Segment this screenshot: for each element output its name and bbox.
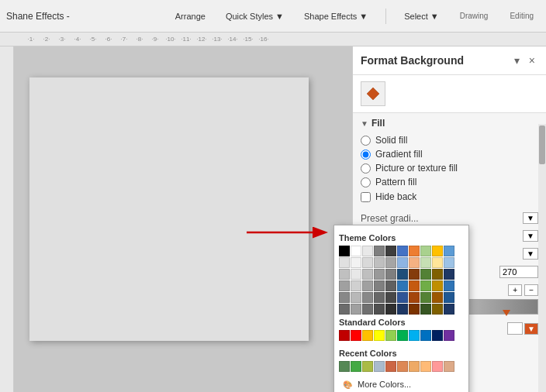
theme-color-swatch[interactable] bbox=[374, 257, 385, 268]
solid-fill-radio[interactable] bbox=[361, 136, 371, 146]
fill-section-header[interactable]: ▼ Fill bbox=[361, 118, 538, 129]
theme-color-swatch[interactable] bbox=[409, 280, 420, 291]
gradient-fill-option[interactable]: Gradient fill bbox=[361, 147, 538, 161]
theme-color-swatch[interactable] bbox=[420, 292, 431, 303]
theme-color-swatch[interactable] bbox=[362, 257, 373, 268]
standard-color-swatch[interactable] bbox=[397, 330, 408, 341]
theme-color-swatch[interactable] bbox=[409, 257, 420, 268]
preset-gradient-btn[interactable]: ▼ bbox=[523, 212, 538, 224]
panel-dropdown-btn[interactable]: ▾ bbox=[511, 53, 523, 68]
select-btn[interactable]: Select ▼ bbox=[399, 9, 444, 23]
theme-color-swatch[interactable] bbox=[351, 304, 361, 315]
theme-color-swatch[interactable] bbox=[385, 304, 396, 315]
picture-fill-option[interactable]: Picture or texture fill bbox=[361, 161, 538, 175]
theme-color-swatch[interactable] bbox=[362, 280, 373, 291]
theme-color-swatch[interactable] bbox=[444, 304, 454, 315]
theme-color-swatch[interactable] bbox=[409, 304, 420, 315]
quick-styles-btn[interactable]: Quick Styles ▼ bbox=[220, 9, 289, 23]
shape-effects-btn[interactable]: Shape Effects ▼ bbox=[299, 9, 373, 23]
more-colors-option[interactable]: 🎨 More Colors... bbox=[339, 377, 464, 392]
theme-color-swatch[interactable] bbox=[420, 269, 431, 280]
theme-color-swatch[interactable] bbox=[432, 280, 443, 291]
recent-color-swatch[interactable] bbox=[351, 361, 361, 372]
theme-color-swatch[interactable] bbox=[409, 246, 420, 256]
color-dropdown-btn[interactable]: ▼ bbox=[524, 323, 538, 335]
standard-color-swatch[interactable] bbox=[444, 330, 454, 341]
recent-color-swatch[interactable] bbox=[420, 361, 431, 372]
theme-color-swatch[interactable] bbox=[351, 280, 361, 291]
theme-color-swatch[interactable] bbox=[374, 304, 385, 315]
theme-color-swatch[interactable] bbox=[385, 292, 396, 303]
theme-color-swatch[interactable] bbox=[374, 292, 385, 303]
theme-color-swatch[interactable] bbox=[362, 269, 373, 280]
theme-color-swatch[interactable] bbox=[362, 246, 373, 256]
theme-color-swatch[interactable] bbox=[432, 269, 443, 280]
standard-color-swatch[interactable] bbox=[420, 330, 431, 341]
theme-color-swatch[interactable] bbox=[432, 292, 443, 303]
recent-color-swatch[interactable] bbox=[374, 361, 385, 372]
direction-btn[interactable]: ▼ bbox=[523, 248, 538, 260]
theme-color-swatch[interactable] bbox=[374, 280, 385, 291]
theme-color-swatch[interactable] bbox=[420, 280, 431, 291]
theme-color-swatch[interactable] bbox=[409, 269, 420, 280]
standard-color-swatch[interactable] bbox=[362, 330, 373, 341]
theme-color-swatch[interactable] bbox=[385, 269, 396, 280]
gradient-stop-right[interactable] bbox=[503, 310, 510, 316]
theme-color-swatch[interactable] bbox=[339, 246, 350, 256]
hide-bg-option[interactable]: Hide back bbox=[361, 189, 538, 205]
standard-color-swatch[interactable] bbox=[339, 330, 350, 341]
theme-color-swatch[interactable] bbox=[362, 292, 373, 303]
scrollbar-thumb[interactable] bbox=[539, 126, 545, 164]
theme-color-swatch[interactable] bbox=[444, 246, 454, 256]
theme-color-swatch[interactable] bbox=[351, 269, 361, 280]
theme-color-swatch[interactable] bbox=[362, 304, 373, 315]
theme-color-swatch[interactable] bbox=[432, 304, 443, 315]
theme-color-swatch[interactable] bbox=[397, 257, 408, 268]
gradient-stop-add-btn[interactable]: + bbox=[508, 284, 522, 296]
theme-color-swatch[interactable] bbox=[374, 246, 385, 256]
fill-tab-icon[interactable] bbox=[361, 81, 385, 106]
pattern-fill-radio[interactable] bbox=[361, 177, 371, 187]
standard-color-swatch[interactable] bbox=[409, 330, 420, 341]
recent-color-swatch[interactable] bbox=[339, 361, 350, 372]
theme-color-swatch[interactable] bbox=[432, 246, 443, 256]
theme-color-swatch[interactable] bbox=[397, 269, 408, 280]
standard-color-swatch[interactable] bbox=[351, 330, 361, 341]
theme-color-swatch[interactable] bbox=[351, 257, 361, 268]
standard-color-swatch[interactable] bbox=[385, 330, 396, 341]
theme-color-swatch[interactable] bbox=[444, 257, 454, 268]
theme-color-swatch[interactable] bbox=[385, 257, 396, 268]
pattern-fill-option[interactable]: Pattern fill bbox=[361, 175, 538, 189]
theme-color-swatch[interactable] bbox=[432, 257, 443, 268]
theme-color-swatch[interactable] bbox=[385, 246, 396, 256]
theme-color-swatch[interactable] bbox=[339, 280, 350, 291]
theme-color-swatch[interactable] bbox=[351, 292, 361, 303]
gradient-fill-radio[interactable] bbox=[361, 150, 371, 160]
theme-color-swatch[interactable] bbox=[409, 292, 420, 303]
theme-color-swatch[interactable] bbox=[444, 280, 454, 291]
solid-fill-option[interactable]: Solid fill bbox=[361, 133, 538, 147]
theme-color-swatch[interactable] bbox=[397, 246, 408, 256]
theme-color-swatch[interactable] bbox=[339, 292, 350, 303]
type-btn[interactable]: ▼ bbox=[523, 230, 538, 242]
theme-color-swatch[interactable] bbox=[339, 269, 350, 280]
theme-color-swatch[interactable] bbox=[374, 269, 385, 280]
theme-color-swatch[interactable] bbox=[339, 304, 350, 315]
hide-bg-checkbox[interactable] bbox=[361, 192, 371, 202]
theme-color-swatch[interactable] bbox=[420, 257, 431, 268]
angle-input[interactable] bbox=[499, 266, 538, 278]
standard-color-swatch[interactable] bbox=[432, 330, 443, 341]
recent-color-swatch[interactable] bbox=[397, 361, 408, 372]
recent-color-swatch[interactable] bbox=[385, 361, 396, 372]
theme-color-swatch[interactable] bbox=[444, 292, 454, 303]
theme-color-swatch[interactable] bbox=[420, 246, 431, 256]
recent-color-swatch[interactable] bbox=[409, 361, 420, 372]
theme-color-swatch[interactable] bbox=[397, 304, 408, 315]
theme-color-swatch[interactable] bbox=[444, 269, 454, 280]
standard-color-swatch[interactable] bbox=[374, 330, 385, 341]
theme-color-swatch[interactable] bbox=[351, 246, 361, 256]
theme-color-swatch[interactable] bbox=[397, 292, 408, 303]
theme-color-swatch[interactable] bbox=[420, 304, 431, 315]
theme-color-swatch[interactable] bbox=[339, 257, 350, 268]
gradient-stop-remove-btn[interactable]: − bbox=[524, 284, 538, 296]
